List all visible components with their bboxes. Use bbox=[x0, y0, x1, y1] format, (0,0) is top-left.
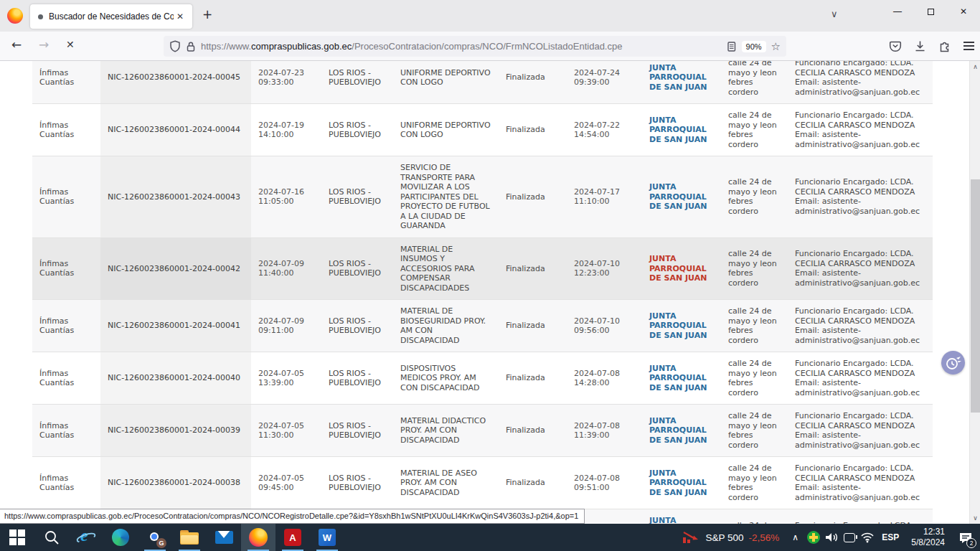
stock-label: S&P 500 bbox=[705, 532, 743, 543]
taskbar-acrobat[interactable]: A bbox=[275, 524, 310, 551]
start-button[interactable] bbox=[0, 524, 34, 551]
table-row[interactable]: Ínfimas Cuantías NIC-1260023860001-2024-… bbox=[32, 457, 933, 509]
entity-link[interactable]: JUNTA PARROQUIAL DE SAN JUAN bbox=[649, 254, 714, 283]
stop-loading-button[interactable]: ✕ bbox=[66, 39, 75, 50]
vertical-scrollbar[interactable]: ∧ ∨ bbox=[969, 61, 980, 524]
cell-address: calle 24 de mayo y leon febres cordero bbox=[721, 61, 788, 104]
cell-address: calle 24 de mayo y leon febres cordero bbox=[721, 104, 788, 156]
table-row[interactable]: Ínfimas Cuantías NIC-1260023860001-2024-… bbox=[32, 352, 933, 405]
cell-publish-date: 2024-07-23 09:33:00 bbox=[251, 61, 321, 104]
pocket-icon[interactable] bbox=[889, 40, 902, 52]
address-bar[interactable]: https://www.compraspublicas.gob.ec/Proce… bbox=[164, 36, 786, 57]
url-text[interactable]: https://www.compraspublicas.gob.ec/Proce… bbox=[201, 41, 721, 52]
cell-process-type: Ínfimas Cuantías bbox=[32, 352, 100, 405]
menu-hamburger-icon[interactable] bbox=[963, 42, 974, 50]
cell-finalized-date: 2024-07-10 12:23:00 bbox=[567, 237, 642, 300]
window-close-button[interactable]: ✕ bbox=[947, 0, 980, 23]
cell-contact: Funcionario Encargado: LCDA. CECILIA CAR… bbox=[788, 237, 933, 300]
scrollbar-thumb[interactable] bbox=[971, 179, 980, 413]
chrome-icon: G bbox=[146, 528, 164, 547]
cell-finalized-date: 2024-07-08 11:39:00 bbox=[567, 405, 642, 457]
cell-contact: Funcionario Encargado: LCDA. CECILIA CAR… bbox=[788, 509, 933, 524]
table-row[interactable]: Ínfimas Cuantías NIC-1260023860001-2024-… bbox=[32, 61, 933, 104]
cell-entity: JUNTA PARROQUIAL DE SAN JUAN bbox=[642, 104, 721, 156]
firefox-icon bbox=[249, 528, 268, 547]
taskbar-edge[interactable] bbox=[103, 524, 138, 551]
taskbar-internet-explorer[interactable]: e bbox=[69, 524, 103, 551]
results-table-body: Ínfimas Cuantías NIC-1260023860001-2024-… bbox=[32, 61, 933, 524]
shield-icon[interactable] bbox=[169, 40, 181, 52]
stock-ticker-widget[interactable]: S&P 500 -2,56% bbox=[674, 530, 786, 545]
tray-antivirus-icon[interactable] bbox=[804, 524, 822, 551]
cell-contact: Funcionario Encargado: LCDA. CECILIA CAR… bbox=[788, 61, 933, 104]
new-tab-button[interactable]: + bbox=[202, 7, 212, 22]
tray-overflow-chevron-icon[interactable]: ∧ bbox=[786, 524, 804, 551]
cell-publish-date: 2024-07-16 11:05:00 bbox=[251, 156, 321, 238]
action-center-button[interactable]: 2 bbox=[951, 524, 980, 551]
taskbar-clock[interactable]: 12:31 5/8/2024 bbox=[905, 527, 951, 548]
floating-clock-widget[interactable] bbox=[941, 351, 965, 375]
browser-tab[interactable]: Buscador de Necesidades de Co ✕ bbox=[30, 4, 192, 29]
entity-link[interactable]: JUNTA PARROQUIAL DE SAN JUAN bbox=[649, 116, 714, 145]
table-row[interactable]: Ínfimas Cuantías NIC-1260023860001-2024-… bbox=[32, 156, 933, 238]
cell-object: MATERIAL DE BIOSEGURIDAD PROY. AM CON DI… bbox=[393, 300, 499, 352]
window-minimize-button[interactable]: — bbox=[881, 0, 914, 23]
taskbar-firefox[interactable] bbox=[241, 524, 275, 551]
notification-count-badge: 2 bbox=[966, 538, 976, 548]
reader-mode-icon[interactable] bbox=[726, 41, 737, 52]
lock-icon[interactable] bbox=[186, 41, 196, 52]
taskbar-mail[interactable] bbox=[207, 524, 241, 551]
scroll-up-arrow-icon[interactable]: ∧ bbox=[970, 61, 980, 72]
entity-link[interactable]: JUNTA PARROQUIAL DE SAN JUAN bbox=[649, 416, 714, 446]
download-icon[interactable] bbox=[914, 40, 926, 52]
tab-close-icon[interactable]: ✕ bbox=[174, 10, 187, 23]
cell-status: Finalizada bbox=[499, 104, 567, 156]
cell-publish-date: 2024-07-09 09:11:00 bbox=[251, 300, 321, 352]
cell-status: Finalizada bbox=[499, 237, 567, 300]
wifi-icon[interactable] bbox=[858, 524, 876, 551]
volume-icon[interactable] bbox=[822, 524, 840, 551]
entity-link[interactable]: JUNTA PARROQUIAL DE SAN JUAN bbox=[649, 516, 714, 524]
forward-button: → bbox=[39, 37, 49, 52]
taskbar-word[interactable]: W bbox=[310, 524, 344, 551]
cell-process-code: NIC-1260023860001-2024-00041 bbox=[100, 300, 251, 352]
cell-contact: Funcionario Encargado: LCDA. CECILIA CAR… bbox=[788, 457, 933, 509]
entity-link[interactable]: JUNTA PARROQUIAL DE SAN JUAN bbox=[649, 364, 714, 393]
cell-location: LOS RIOS - PUEBLOVIEJO bbox=[321, 405, 393, 457]
browser-toolbar: ← → ✕ https://www.compraspublicas.gob.ec… bbox=[0, 32, 980, 61]
zoom-level-badge[interactable]: 90% bbox=[742, 41, 766, 52]
entity-link[interactable]: JUNTA PARROQUIAL DE SAN JUAN bbox=[649, 311, 714, 341]
cell-process-code: NIC-1260023860001-2024-00043 bbox=[100, 156, 251, 238]
firefox-logo-icon bbox=[7, 8, 23, 24]
entity-link[interactable]: JUNTA PARROQUIAL DE SAN JUAN bbox=[649, 182, 714, 212]
table-row[interactable]: Ínfimas Cuantías NIC-1260023860001-2024-… bbox=[32, 104, 933, 156]
table-row[interactable]: Ínfimas Cuantías NIC-1260023860001-2024-… bbox=[32, 300, 933, 352]
list-tabs-chevron-icon[interactable]: ∨ bbox=[831, 9, 838, 19]
scroll-down-arrow-icon[interactable]: ∨ bbox=[970, 512, 980, 524]
word-icon: W bbox=[319, 529, 336, 546]
windows-logo-icon bbox=[9, 529, 25, 545]
taskbar-file-explorer[interactable] bbox=[172, 524, 207, 551]
entity-link[interactable]: JUNTA PARROQUIAL DE SAN JUAN bbox=[649, 63, 714, 93]
back-button[interactable]: ← bbox=[11, 37, 22, 52]
entity-link[interactable]: JUNTA PARROQUIAL DE SAN JUAN bbox=[649, 468, 714, 498]
cell-process-type: Ínfimas Cuantías bbox=[32, 61, 100, 104]
language-indicator[interactable]: ESP bbox=[876, 532, 905, 542]
window-restore-button[interactable] bbox=[914, 0, 947, 23]
taskbar-chrome[interactable]: G bbox=[138, 524, 172, 551]
cell-finalized-date: 2024-07-17 11:10:00 bbox=[567, 156, 642, 238]
cell-entity: JUNTA PARROQUIAL DE SAN JUAN bbox=[642, 405, 721, 457]
url-path: /ProcesoContratacion/compras/NCO/FrmNCOL… bbox=[352, 41, 622, 52]
chrome-profile-badge: G bbox=[156, 538, 166, 548]
extensions-puzzle-icon[interactable] bbox=[938, 39, 951, 52]
cell-process-code: NIC-1260023860001-2024-00038 bbox=[100, 457, 251, 509]
tray-device-icon[interactable] bbox=[840, 524, 858, 551]
taskbar-search-button[interactable] bbox=[34, 524, 69, 551]
table-row[interactable]: Ínfimas Cuantías NIC-1260023860001-2024-… bbox=[32, 405, 933, 457]
table-row[interactable]: Ínfimas Cuantías NIC-1260023860001-2024-… bbox=[32, 237, 933, 300]
clock-time: 12:31 bbox=[911, 527, 945, 537]
system-tray: S&P 500 -2,56% ∧ ESP 12:31 5/8/2024 bbox=[674, 524, 980, 551]
cell-status: Finalizada bbox=[499, 61, 567, 104]
cell-object: MATERIAL DE ASEO PROY. AM CON DISCAPACID… bbox=[393, 457, 499, 509]
bookmark-star-icon[interactable]: ☆ bbox=[771, 40, 781, 53]
